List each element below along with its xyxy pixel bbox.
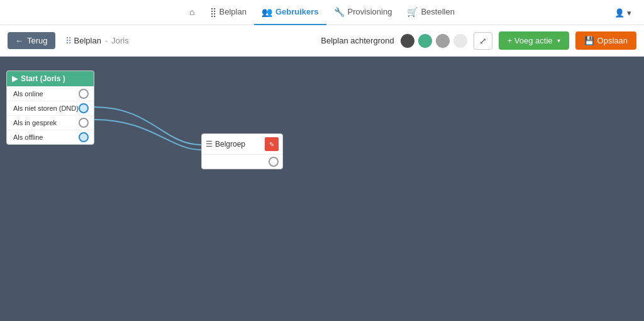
expand-icon: ⤢ [479, 36, 487, 46]
nav-item-home[interactable]: ⌂ [182, 0, 202, 25]
connector-offline[interactable] [79, 132, 89, 142]
opslaan-label: Opslaan [597, 36, 628, 45]
nav-belplan-label: Belplan [219, 7, 247, 16]
color-teal[interactable] [418, 34, 432, 48]
provisioning-icon: 🔧 [334, 7, 345, 17]
start-node: ▶ Start (Joris ) Als online Als niet sto… [6, 70, 94, 145]
back-label: Terug [27, 36, 48, 45]
color-gray[interactable] [436, 34, 450, 48]
belgroep-edit-button[interactable]: ✎ [265, 137, 279, 151]
toolbar-right: Belplan achtergrond ⤢ + Voeg actie ▾ 💾 O… [321, 31, 636, 50]
connector-dnd[interactable] [79, 103, 89, 113]
connector-online[interactable] [79, 89, 89, 99]
edit-pencil-icon: ✎ [269, 141, 274, 148]
user-caret-icon: ▾ [627, 8, 631, 18]
belplan-icon: ⣿ [210, 7, 216, 17]
expand-button[interactable]: ⤢ [474, 32, 492, 50]
voeg-label: + Voeg actie [508, 36, 553, 45]
back-button[interactable]: ← Terug [8, 32, 55, 49]
start-icon: ▶ [12, 74, 18, 83]
top-nav: ⌂ ⣿ Belplan 👥 Gebruikers 🔧 Provisioning … [0, 0, 644, 25]
gebruikers-icon: 👥 [262, 7, 272, 17]
voeg-caret-icon: ▾ [557, 37, 560, 44]
breadcrumb-separator: - [105, 36, 108, 45]
belgroep-header: ☰ Belgroep ✎ [202, 134, 282, 155]
start-node-header: ▶ Start (Joris ) [7, 71, 94, 86]
belgroep-bottom-connector[interactable] [269, 157, 279, 167]
nav-bestellen-label: Bestellen [421, 7, 454, 16]
opslaan-save-icon: 💾 [584, 36, 594, 45]
nav-item-gebruikers[interactable]: 👥 Gebruikers [254, 0, 326, 25]
canvas: ▶ Start (Joris ) Als online Als niet sto… [0, 57, 644, 321]
row-offline-label: Als offline [13, 133, 43, 141]
start-row-dnd: Als niet storen (DND) [7, 101, 94, 115]
back-arrow-icon: ← [15, 36, 23, 45]
nav-gebruikers-label: Gebruikers [275, 7, 319, 16]
belgroep-group-icon: ☰ [206, 140, 213, 149]
color-circles [401, 34, 467, 48]
start-row-gesprek: Als in gesprek [7, 115, 94, 130]
breadcrumb: ⠿ Belplan - Joris [65, 36, 129, 46]
user-menu[interactable]: 👤 ▾ [609, 0, 636, 25]
nav-item-bestellen[interactable]: 🛒 Bestellen [399, 0, 462, 25]
color-dark[interactable] [401, 34, 414, 48]
row-online-label: Als online [13, 90, 43, 98]
bestellen-icon: 🛒 [407, 7, 418, 17]
toolbar: ← Terug ⠿ Belplan - Joris Belplan achter… [0, 25, 644, 57]
nav-item-provisioning[interactable]: 🔧 Provisioning [326, 0, 400, 25]
breadcrumb-sub: Joris [111, 36, 128, 45]
belgroep-node: ☰ Belgroep ✎ [201, 133, 283, 169]
start-row-offline: Als offline [7, 130, 94, 144]
nav-item-belplan[interactable]: ⣿ Belplan [203, 0, 254, 25]
nav-provisioning-label: Provisioning [348, 7, 392, 16]
opslaan-button[interactable]: 💾 Opslaan [575, 31, 636, 50]
belgroep-title: Belgroep [215, 140, 245, 149]
user-icon: 👤 [614, 8, 625, 18]
color-light[interactable] [453, 34, 467, 48]
breadcrumb-main: Belplan [74, 36, 101, 45]
voeg-actie-button[interactable]: + Voeg actie ▾ [499, 31, 569, 50]
home-icon: ⌂ [189, 7, 194, 17]
belgroep-header-left: ☰ Belgroep [206, 140, 245, 149]
start-title: Start (Joris ) [21, 74, 65, 83]
row-gesprek-label: Als in gesprek [13, 119, 57, 127]
belgroep-footer [202, 155, 282, 169]
breadcrumb-icon: ⠿ [65, 36, 72, 46]
row-dnd-label: Als niet storen (DND) [13, 104, 79, 112]
connector-gesprek[interactable] [79, 118, 89, 128]
bg-label: Belplan achtergrond [321, 36, 394, 45]
connection-lines [0, 57, 644, 321]
start-row-online: Als online [7, 86, 94, 101]
